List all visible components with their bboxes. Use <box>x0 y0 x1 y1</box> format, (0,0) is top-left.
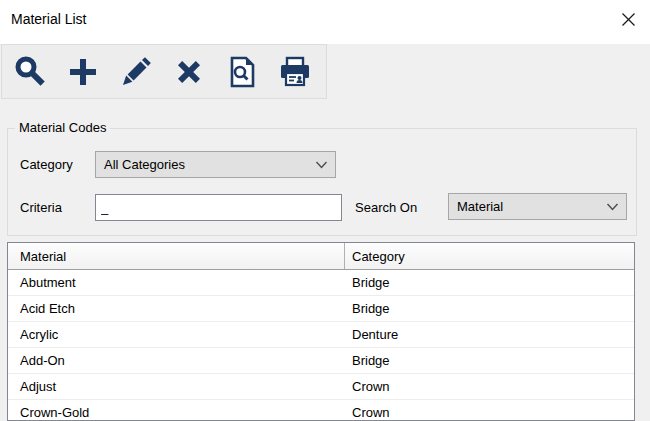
table-row[interactable]: Acid Etch Bridge <box>8 296 634 322</box>
material-cell: Add-On <box>8 348 345 373</box>
material-cell: Adjust <box>8 374 345 399</box>
edit-button[interactable] <box>109 47 162 97</box>
category-label: Category <box>20 157 73 172</box>
search-on-dropdown[interactable]: Material <box>448 193 627 220</box>
chevron-down-icon <box>606 202 619 212</box>
materials-table: Material Category Abutment Bridge Acid E… <box>7 242 635 421</box>
preview-button[interactable] <box>215 47 268 97</box>
column-header-material[interactable]: Material <box>8 243 345 269</box>
table-header: Material Category <box>8 243 634 270</box>
print-icon <box>278 56 312 88</box>
category-cell: Bridge <box>345 296 634 321</box>
material-cell: Crown-Gold <box>8 400 345 421</box>
category-cell: Bridge <box>345 270 634 295</box>
category-cell: Bridge <box>345 348 634 373</box>
category-cell: Crown <box>345 400 634 421</box>
group-title: Material Codes <box>15 120 110 135</box>
delete-x-icon <box>173 56 205 88</box>
criteria-input[interactable] <box>95 194 342 221</box>
search-on-label: Search On <box>355 200 417 215</box>
category-cell: Denture <box>345 322 634 347</box>
titlebar: Material List <box>0 0 650 44</box>
table-row[interactable]: Crown-Gold Crown <box>8 400 634 421</box>
material-cell: Abutment <box>8 270 345 295</box>
material-cell: Acrylic <box>8 322 345 347</box>
criteria-label: Criteria <box>20 200 62 215</box>
table-row[interactable]: Adjust Crown <box>8 374 634 400</box>
category-selected-value: All Categories <box>104 157 185 172</box>
preview-document-icon <box>227 56 257 88</box>
delete-button[interactable] <box>162 47 215 97</box>
table-row[interactable]: Abutment Bridge <box>8 270 634 296</box>
search-on-selected-value: Material <box>457 199 503 214</box>
close-icon <box>621 12 636 27</box>
column-header-category[interactable]: Category <box>345 243 634 269</box>
table-row[interactable]: Add-On Bridge <box>8 348 634 374</box>
material-cell: Acid Etch <box>8 296 345 321</box>
edit-pencil-icon <box>120 56 152 88</box>
category-cell: Crown <box>345 374 634 399</box>
add-button[interactable] <box>56 47 109 97</box>
toolbar <box>1 44 327 99</box>
category-dropdown[interactable]: All Categories <box>95 151 336 178</box>
add-icon <box>67 56 99 88</box>
material-list-window: { "window": { "title": "Material List" }… <box>0 0 650 421</box>
window-title: Material List <box>11 11 86 27</box>
search-icon <box>14 56 46 88</box>
chevron-down-icon <box>315 160 328 170</box>
search-button[interactable] <box>3 47 56 97</box>
close-button[interactable] <box>611 4 645 34</box>
print-button[interactable] <box>268 47 321 97</box>
table-row[interactable]: Acrylic Denture <box>8 322 634 348</box>
